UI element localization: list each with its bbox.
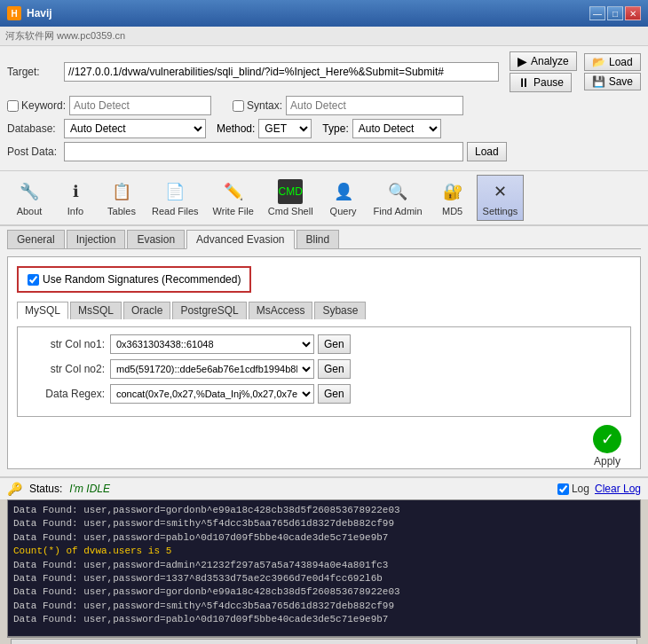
find-admin-icon: 🔍: [385, 179, 410, 204]
inner-tab-mysql[interactable]: MySQL: [17, 302, 68, 319]
str-col1-row: str Col no1: 0x3631303438::61048 Gen: [25, 334, 623, 354]
keyword-checkbox[interactable]: [7, 100, 19, 112]
syntax-check-label[interactable]: Syntax:: [233, 99, 282, 112]
keyword-syntax-row: Keyword: Syntax:: [7, 96, 641, 115]
analyze-icon: ▶: [518, 54, 527, 68]
target-label: Target:: [7, 66, 60, 78]
toolbar-write-file[interactable]: ✏️ Write File: [207, 175, 260, 221]
toolbar-about[interactable]: 🔧 About: [7, 175, 51, 221]
method-label: Method:: [217, 122, 255, 135]
apply-icon: ✓: [593, 425, 621, 453]
horizontal-scrollbar[interactable]: [7, 637, 641, 644]
inner-tabs: MySQL MsSQL Oracle PostgreSQL MsAccess S…: [17, 302, 631, 319]
toolbar-info[interactable]: ℹ Info: [53, 175, 98, 221]
tables-icon: 📋: [109, 179, 134, 204]
log-area: Data Found: user,password=gordonb^e99a18…: [7, 499, 641, 637]
inner-tab-sybase[interactable]: Sybase: [314, 302, 366, 319]
str-col1-gen-button[interactable]: Gen: [318, 334, 351, 354]
inner-tab-oracle[interactable]: Oracle: [123, 302, 170, 319]
load-postdata-button[interactable]: Load: [467, 142, 507, 161]
settings-icon: ✕: [487, 179, 512, 204]
random-signatures-checkbox[interactable]: [28, 274, 39, 286]
log-line: Data Found: user,password=pablo^0d107d09…: [13, 613, 635, 626]
content-area: Use Random Signatures (Recommended) MySQ…: [0, 249, 648, 476]
maximize-button[interactable]: □: [607, 6, 623, 20]
status-bar: 🔑 Status: I'm IDLE Log Clear Log: [0, 476, 648, 499]
log-line: Data Found: user,password=gordonb^e99a18…: [13, 504, 635, 517]
str-col2-gen-button[interactable]: Gen: [318, 359, 351, 379]
minimize-button[interactable]: —: [589, 6, 605, 20]
inner-tab-content: str Col no1: 0x3631303438::61048 Gen str…: [17, 326, 631, 417]
str-col2-label: str Col no2:: [25, 363, 105, 375]
inner-tab-postgresql[interactable]: PostgreSQL: [172, 302, 246, 319]
syntax-input[interactable]: [286, 96, 463, 115]
postdata-label: Post Data:: [7, 145, 60, 158]
toolbar-settings[interactable]: ✕ Settings: [477, 175, 525, 221]
target-input[interactable]: [64, 62, 499, 82]
toolbar-query[interactable]: 👤 Query: [321, 175, 366, 221]
db-method-type-row: Database: Auto Detect Method: GET POST T…: [7, 119, 641, 138]
tab-evasion[interactable]: Evasion: [127, 230, 185, 248]
str-col2-row: str Col no2: md5(591720)::dde5e6ab76e1cd…: [25, 359, 623, 379]
apply-area: ✓ Apply: [593, 425, 621, 467]
log-line: Data Found: user,password=pablo^0d107d09…: [13, 531, 635, 545]
tab-section: General Injection Evasion Advanced Evasi…: [0, 226, 648, 249]
str-col1-select[interactable]: 0x3631303438::61048: [110, 334, 314, 354]
status-label: Status:: [29, 483, 62, 495]
log-check-label[interactable]: Log: [557, 483, 589, 495]
pause-icon: ⏸: [518, 75, 530, 90]
window-controls: — □ ✕: [589, 6, 641, 20]
app-icon: H: [7, 6, 21, 20]
log-line: Count(*) of dvwa.users is 5: [13, 545, 635, 558]
main-tabs: General Injection Evasion Advanced Evasi…: [7, 230, 641, 249]
about-icon: 🔧: [17, 179, 42, 204]
log-line: Data Found: user,password=admin^21232f29…: [13, 559, 635, 572]
close-button[interactable]: ✕: [625, 6, 641, 20]
read-files-icon: 📄: [162, 179, 187, 204]
clear-log-button[interactable]: Clear Log: [595, 483, 641, 495]
query-icon: 👤: [331, 179, 356, 204]
sig-checkbox-container: Use Random Signatures (Recommended): [17, 266, 251, 293]
tab-general[interactable]: General: [7, 230, 65, 248]
h-scrollbar-track[interactable]: [11, 639, 637, 645]
save-button[interactable]: 💾 Save: [584, 73, 641, 90]
toolbar-read-files[interactable]: 📄 Read Files: [146, 175, 205, 221]
data-regex-gen-button[interactable]: Gen: [318, 384, 351, 404]
toolbar: 🔧 About ℹ Info 📋 Tables 📄 Read Files ✏️ …: [0, 171, 648, 226]
settings-panel: Use Random Signatures (Recommended) MySQ…: [7, 256, 641, 469]
keyword-input[interactable]: [69, 96, 211, 115]
tab-blind[interactable]: Blind: [296, 230, 340, 248]
postdata-input[interactable]: [64, 142, 463, 161]
watermark-text: 河东软件网 www.pc0359.cn: [5, 29, 125, 43]
type-select[interactable]: Auto Detect: [352, 119, 441, 138]
tab-injection[interactable]: Injection: [67, 230, 126, 248]
method-select[interactable]: GET POST: [258, 119, 312, 138]
database-select[interactable]: Auto Detect: [64, 119, 206, 138]
syntax-checkbox[interactable]: [233, 100, 244, 112]
load-button[interactable]: 📂 Load: [584, 53, 641, 71]
str-col2-select[interactable]: md5(591720)::dde5e6ab76e1cdfb1994b8b98:: [110, 359, 314, 379]
data-regex-select[interactable]: concat(0x7e,0x27,%Data_Inj%,0x27,0x7e)::…: [110, 384, 314, 404]
inner-tab-mssql[interactable]: MsSQL: [70, 302, 122, 319]
target-row: Target: ▶ Analyze ⏸ Pause 📂 Load 💾 Save: [7, 51, 641, 92]
log-checkbox[interactable]: [557, 483, 569, 495]
postdata-row: Post Data: Load: [7, 142, 641, 161]
toolbar-md5[interactable]: 🔐 MD5: [431, 175, 475, 221]
inner-tab-msaccess[interactable]: MsAccess: [249, 302, 313, 319]
str-col1-combo: 0x3631303438::61048 Gen: [110, 334, 351, 354]
toolbar-cmd-shell[interactable]: CMD Cmd Shell: [262, 175, 320, 221]
data-regex-label: Data Regex:: [25, 388, 105, 400]
status-icon: 🔑: [7, 482, 22, 496]
pause-button[interactable]: ⏸ Pause: [510, 73, 572, 92]
analyze-button[interactable]: ▶ Analyze: [510, 51, 577, 71]
save-icon: 💾: [592, 75, 605, 88]
apply-label: Apply: [594, 455, 620, 467]
watermark-bar: 河东软件网 www.pc0359.cn: [0, 27, 648, 46]
window-title: Havij: [27, 7, 52, 20]
keyword-check-label[interactable]: Keyword:: [7, 99, 66, 112]
random-signatures-label: Use Random Signatures (Recommended): [43, 273, 241, 286]
tab-advanced-evasion[interactable]: Advanced Evasion: [186, 230, 294, 249]
toolbar-tables[interactable]: 📋 Tables: [99, 175, 144, 221]
toolbar-find-admin[interactable]: 🔍 Find Admin: [367, 175, 429, 221]
type-label: Type:: [322, 122, 348, 135]
